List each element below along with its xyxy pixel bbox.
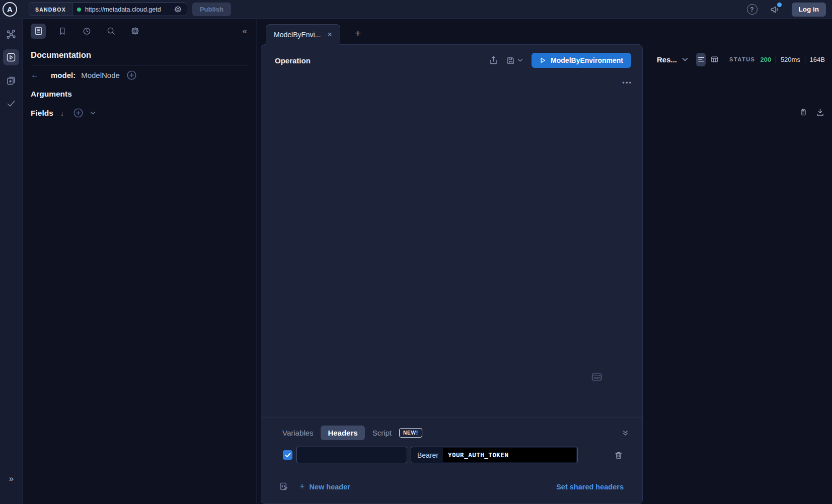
set-shared-headers-link[interactable]: Set shared headers (556, 483, 624, 491)
nav-schema-graph-icon[interactable] (3, 26, 19, 42)
separator (776, 55, 776, 63)
response-table-view-icon[interactable] (710, 53, 719, 66)
keyboard-shortcuts-icon[interactable] (591, 373, 602, 381)
status-label: STATUS (729, 56, 755, 62)
save-operation-group (506, 56, 523, 65)
endpoint-settings-gear-icon[interactable] (174, 5, 182, 14)
collapse-docs-panel-icon[interactable]: « (243, 26, 247, 36)
docs-settings-gear-icon[interactable] (127, 24, 142, 39)
chevron-down-icon[interactable] (90, 111, 96, 115)
docs-search-icon[interactable] (103, 24, 118, 39)
operation-tab[interactable]: ModelByEnvi... × (266, 24, 340, 45)
new-feature-badge: NEW! (399, 428, 422, 438)
check-icon (285, 453, 291, 458)
new-header-label: New header (310, 483, 350, 491)
docs-breadcrumb: ← model: ModelNode (31, 69, 248, 81)
fields-heading-row: Fields ↓ (31, 108, 248, 118)
run-button-label: ModelByEnvironment (551, 56, 623, 64)
endpoint-url-text[interactable]: https://metadata.cloud.getd (85, 6, 170, 13)
nav-collections-icon[interactable] (3, 72, 19, 89)
response-title: Res... (657, 55, 677, 64)
auth-token-chip[interactable]: YOUR_AUTH_TOKEN (443, 448, 576, 462)
nav-checks-icon[interactable] (3, 96, 19, 112)
add-fields-icon[interactable] (73, 108, 83, 118)
play-icon (540, 57, 546, 64)
header-key-input[interactable] (296, 447, 407, 463)
response-size: 164B (810, 56, 825, 63)
separator (805, 55, 805, 63)
collapse-inputs-icon[interactable] (622, 429, 629, 437)
operation-actions: ModelByEnvironment (489, 53, 631, 68)
save-operation-icon[interactable] (506, 56, 515, 65)
response-duration: 520ms (781, 56, 800, 63)
docs-toolbar: « (23, 19, 256, 43)
arguments-heading: Arguments (31, 90, 248, 99)
run-operation-button[interactable]: ModelByEnvironment (532, 53, 631, 68)
tab-variables[interactable]: Variables (282, 429, 313, 437)
nav-explorer-icon[interactable] (3, 49, 19, 65)
expand-rail-icon[interactable]: » (0, 474, 23, 484)
share-operation-icon[interactable] (489, 56, 498, 65)
connection-status-dot (77, 8, 81, 12)
inputs-tabs: Variables Headers Script NEW! (282, 426, 629, 440)
breadcrumb-type-link[interactable]: ModelNode (81, 71, 120, 79)
docs-documentation-icon[interactable] (31, 24, 46, 39)
status-code: 200 (760, 56, 771, 63)
docs-divider (31, 65, 248, 65)
announcements-megaphone-icon[interactable] (770, 5, 780, 15)
login-button[interactable]: Log in (792, 3, 826, 17)
response-header: Res... STATUS 200 520ms 164B (643, 44, 832, 74)
operation-title: Operation (275, 56, 311, 65)
inputs-section: Variables Headers Script NEW! Bearer YOU… (261, 417, 642, 503)
sort-fields-icon[interactable]: ↓ (60, 109, 64, 117)
endpoint-control: SANDBOX https://metadata.cloud.getd (29, 3, 187, 16)
left-nav-rail: » (0, 19, 23, 504)
header-row: Bearer YOUR_AUTH_TOKEN (283, 447, 642, 463)
close-tab-icon[interactable]: × (327, 30, 332, 39)
docs-history-icon[interactable] (79, 24, 94, 39)
response-raw-view-icon[interactable] (696, 53, 706, 66)
apollo-logo[interactable]: A (3, 2, 17, 17)
fields-heading: Fields (31, 109, 53, 118)
bearer-prefix: Bearer (417, 451, 438, 459)
delete-header-icon[interactable] (614, 451, 623, 460)
operation-card: Operation ModelByEnvironment ••• (261, 44, 643, 504)
copy-response-icon[interactable] (799, 108, 807, 117)
sandbox-badge[interactable]: SANDBOX (29, 3, 72, 16)
response-floating-actions (799, 108, 824, 117)
add-all-fields-icon[interactable] (127, 70, 136, 80)
download-response-icon[interactable] (816, 108, 824, 117)
tab-script[interactable]: Script (372, 429, 392, 437)
save-options-chevron-icon[interactable] (517, 58, 523, 62)
response-dropdown-chevron-icon[interactable] (682, 57, 688, 62)
header-enabled-checkbox[interactable] (283, 450, 292, 460)
response-body (643, 74, 832, 77)
docs-saved-bookmark-icon[interactable] (55, 24, 70, 39)
response-panel: Res... STATUS 200 520ms 164B (643, 44, 832, 504)
documentation-panel: « Documentation ← model: ModelNode Argum… (23, 19, 257, 504)
new-header-button[interactable]: + New header (299, 481, 350, 492)
docs-body: Documentation ← model: ModelNode Argumen… (23, 43, 256, 118)
preflight-script-icon[interactable] (279, 482, 288, 491)
publish-button[interactable]: Publish (192, 3, 231, 16)
header-value-field[interactable]: Bearer YOUR_AUTH_TOKEN (411, 447, 578, 463)
headers-footer-row: + New header Set shared headers (279, 481, 624, 492)
breadcrumb-field-label: model: (51, 71, 75, 79)
docs-title: Documentation (31, 50, 248, 60)
new-tab-icon[interactable]: + (355, 27, 361, 39)
operation-header: Operation ModelByEnvironment (261, 45, 642, 76)
plus-icon: + (299, 481, 305, 492)
tab-headers[interactable]: Headers (321, 426, 364, 440)
back-arrow-icon[interactable]: ← (31, 70, 39, 79)
notification-dot (777, 3, 782, 7)
operation-tab-title: ModelByEnvi... (274, 31, 321, 39)
help-icon[interactable]: ? (747, 4, 758, 15)
top-bar: A SANDBOX https://metadata.cloud.getd Pu… (0, 0, 832, 19)
endpoint-url-field[interactable]: https://metadata.cloud.getd (72, 3, 187, 16)
more-options-icon[interactable]: ••• (622, 79, 632, 87)
